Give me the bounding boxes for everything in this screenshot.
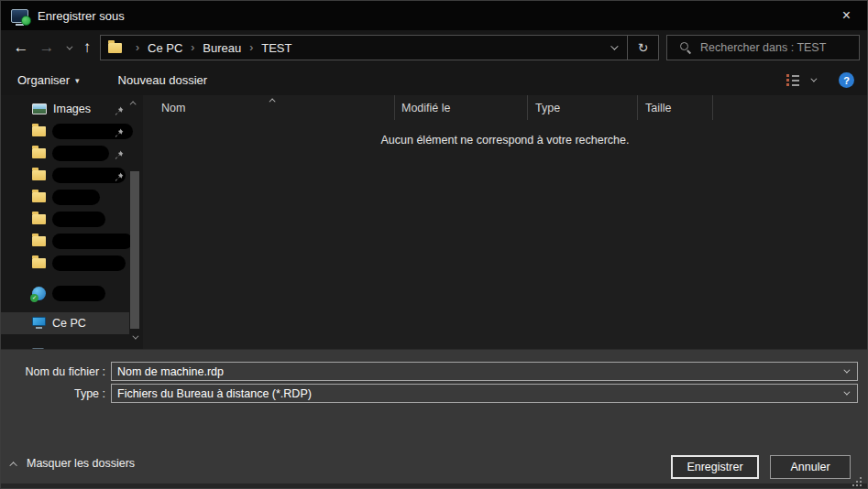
hide-folders-button[interactable]: Masquer les dossiers	[12, 457, 135, 470]
scroll-up-icon[interactable]	[130, 101, 137, 107]
folder-icon	[32, 192, 46, 202]
chevron-down-icon: ▾	[75, 76, 80, 85]
redacted-label	[52, 212, 105, 227]
column-header-nom[interactable]: Nom	[143, 95, 395, 120]
bottom-panel: Nom du fichier : Type : Fichiers du Bure…	[1, 349, 867, 489]
file-list: NomModifié leTypeTaille Aucun élément ne…	[143, 95, 867, 349]
folder-icon	[32, 170, 46, 180]
dialog-title: Enregistrer sous	[38, 9, 125, 23]
command-toolbar: Organiser ▾ Nouveau dossier ?	[1, 65, 867, 95]
chevron-down-icon	[66, 43, 72, 49]
redacted-label	[52, 190, 100, 205]
filetype-label: Type :	[1, 387, 111, 400]
filename-input[interactable]	[112, 363, 857, 380]
breadcrumb-separator: ›	[127, 41, 148, 54]
breadcrumb: ›Ce PC›Bureau›TEST	[127, 36, 291, 60]
filename-combobox	[111, 362, 858, 381]
address-dropdown-button[interactable]	[599, 36, 627, 60]
navigation-bar: ← → ↑ ›Ce PC›Bureau›TEST ↻ Rechercher da…	[1, 30, 867, 65]
cancel-button[interactable]: Annuler	[770, 455, 851, 479]
column-header-taille[interactable]: Taille	[638, 95, 713, 120]
filename-label: Nom du fichier :	[1, 365, 111, 378]
search-icon	[680, 42, 691, 53]
chevron-down-icon	[843, 389, 850, 396]
remote-desktop-icon	[11, 9, 28, 23]
column-header-label: Modifié le	[401, 102, 451, 114]
close-button[interactable]: ×	[826, 1, 867, 30]
sidebar-item-ce-pc[interactable]: Ce PC	[1, 312, 129, 334]
up-button[interactable]: ↑	[74, 30, 100, 65]
chevron-up-icon	[9, 462, 16, 469]
folder-icon	[32, 126, 46, 136]
column-header-label: Type	[535, 102, 560, 114]
sidebar-item-label: Ce PC	[52, 317, 86, 330]
save-button[interactable]: Enregistrer	[671, 455, 759, 479]
breadcrumb-separator: ›	[241, 41, 261, 54]
pin-icon	[114, 103, 124, 114]
title-bar: Enregistrer sous ×	[1, 1, 867, 30]
globe-icon	[32, 287, 46, 300]
scrollbar-thumb[interactable]	[130, 171, 139, 329]
organize-label: Organiser	[17, 73, 70, 87]
sidebar-item-redacted[interactable]	[1, 230, 129, 252]
sidebar-item-label: Images	[53, 103, 91, 115]
sidebar-item-redacted[interactable]	[1, 164, 129, 186]
sort-ascending-icon	[269, 98, 276, 104]
redacted-label	[52, 286, 105, 301]
column-header-type[interactable]: Type	[528, 95, 638, 120]
redacted-label	[52, 234, 133, 249]
filetype-select[interactable]: Fichiers du Bureau à distance (*.RDP)	[111, 384, 858, 403]
breadcrumb-item-ce-pc[interactable]: Ce PC	[148, 41, 182, 55]
chevron-down-icon	[610, 42, 618, 49]
filetype-value: Fichiers du Bureau à distance (*.RDP)	[112, 387, 312, 400]
sidebar-scrollbar[interactable]	[129, 95, 141, 349]
breadcrumb-item-bureau[interactable]: Bureau	[203, 41, 241, 55]
scroll-down-icon[interactable]	[132, 333, 138, 340]
column-header-label: Taille	[645, 102, 672, 114]
sidebar-item-redacted[interactable]	[1, 252, 129, 274]
sidebar-item-redacted[interactable]	[1, 208, 129, 230]
sidebar-list: ImagesCe PCRéseau	[1, 98, 143, 349]
computer-icon	[32, 317, 46, 326]
search-placeholder: Rechercher dans : TEST	[700, 41, 826, 54]
sidebar-item-redacted[interactable]	[1, 142, 129, 164]
organize-button[interactable]: Organiser ▾	[17, 73, 80, 87]
breadcrumb-separator: ›	[182, 41, 203, 54]
hide-folders-label: Masquer les dossiers	[27, 457, 135, 470]
folder-icon	[108, 43, 122, 53]
navigation-pane: ImagesCe PCRéseau	[1, 95, 143, 349]
sidebar-item-redacted[interactable]	[1, 186, 129, 208]
save-as-dialog: Enregistrer sous × ← → ↑ ›Ce PC›Bureau›T…	[0, 0, 868, 489]
folder-icon	[32, 236, 46, 246]
help-button[interactable]: ?	[839, 72, 854, 88]
sidebar-item-redacted[interactable]	[1, 282, 129, 304]
back-button[interactable]: ←	[8, 30, 34, 65]
view-mode-icon[interactable]	[786, 74, 799, 86]
pin-icon	[114, 147, 124, 158]
pin-icon	[114, 125, 124, 136]
pin-icon	[114, 169, 124, 179]
empty-message: Aucun élément ne correspond à votre rech…	[143, 134, 867, 147]
column-header-modifié-le[interactable]: Modifié le	[395, 95, 528, 120]
status-strip	[1, 484, 867, 489]
redacted-label	[52, 255, 126, 271]
column-headers: NomModifié leTypeTaille	[143, 95, 867, 120]
breadcrumb-item-test[interactable]: TEST	[261, 41, 291, 55]
new-folder-button[interactable]: Nouveau dossier	[118, 73, 208, 87]
folder-icon	[32, 148, 46, 158]
folder-icon	[32, 258, 46, 268]
resize-grip-icon[interactable]	[852, 477, 862, 486]
folder-icon	[32, 214, 46, 224]
search-box[interactable]: Rechercher dans : TEST	[666, 35, 860, 60]
sidebar-item-réseau[interactable]: Réseau	[1, 342, 129, 349]
column-header-label: Nom	[161, 102, 185, 114]
view-mode-dropdown[interactable]	[810, 76, 817, 82]
images-icon	[32, 103, 47, 114]
sidebar-item-images[interactable]: Images	[1, 98, 129, 120]
content-area: ImagesCe PCRéseau NomModifié leTypeTaill…	[1, 95, 867, 349]
refresh-button[interactable]: ↻	[627, 36, 658, 60]
redacted-label	[52, 146, 109, 161]
sidebar-item-redacted[interactable]	[1, 120, 129, 142]
address-bar[interactable]: ›Ce PC›Bureau›TEST ↻	[100, 35, 659, 60]
forward-button: →	[34, 30, 60, 65]
